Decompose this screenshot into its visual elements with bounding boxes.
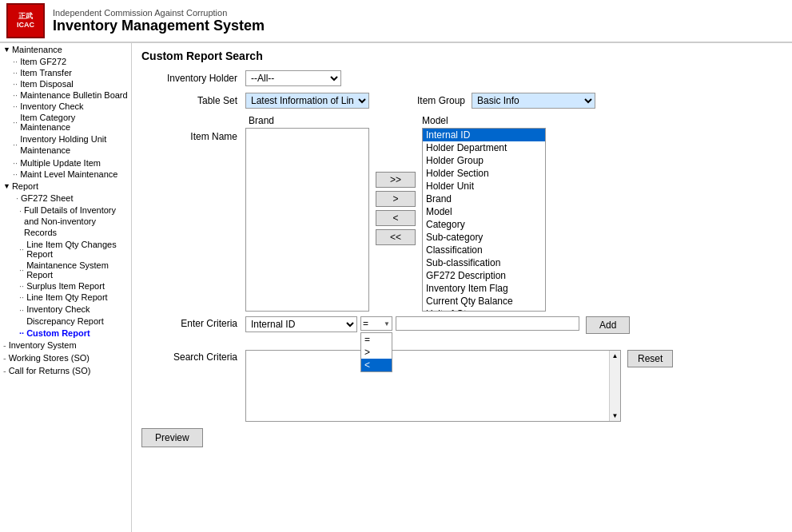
main-content: Custom Report Search Inventory Holder --… (132, 43, 792, 532)
sidebar-item-full-details[interactable]: · Full Details of Inventory and Non-inve… (0, 204, 131, 240)
bullet-icon: ·· (13, 90, 18, 100)
model-list-item[interactable]: Sub-category (423, 231, 545, 244)
bullet-icon: ·· (19, 265, 24, 275)
inventory-holder-control[interactable]: --All-- (245, 70, 341, 86)
add-button[interactable]: Add (586, 316, 630, 334)
sidebar-item-category[interactable]: ·· Item Category Maintenance (0, 112, 131, 133)
model-list-item[interactable]: Internal ID (423, 129, 545, 141)
preview-button[interactable]: Preview (141, 428, 203, 447)
model-list-item[interactable]: Sub-classification (423, 256, 545, 269)
bullet-icon: ·· (19, 304, 24, 316)
sidebar-item-custom-report[interactable]: ·· Custom Report (0, 328, 131, 339)
op-option-equals[interactable]: = (361, 333, 392, 346)
dash-icon: - (3, 340, 6, 350)
arrow-left-one-button[interactable]: < (376, 210, 416, 226)
bullet-icon: ·· (13, 101, 18, 111)
columns-header: Brand Model (245, 115, 782, 126)
sidebar-section-report[interactable]: ▼ Report (0, 180, 131, 193)
sidebar-item-transfer[interactable]: ·· Item Transfer (0, 67, 131, 78)
search-criteria-content[interactable] (246, 351, 609, 421)
sidebar-item-bulletin[interactable]: ·· Maintenance Bulletin Board (0, 89, 131, 101)
sidebar-item-working-stores[interactable]: - Working Stores (SO) (0, 351, 131, 364)
criteria-op-value: = (363, 318, 384, 329)
bullet-icon: ·· (13, 57, 18, 66)
criteria-value-input[interactable] (396, 316, 579, 331)
search-criteria-row: Search Criteria ▲ ▼ Reset (141, 350, 782, 422)
brand-label-col: Item Name (141, 128, 245, 142)
criteria-op-wrapper[interactable]: = ▼ = > < (360, 316, 392, 331)
model-list-item[interactable]: Model (423, 205, 545, 218)
brand-model-panel: Item Name >> > < << Internal IDHolder De… (141, 128, 782, 312)
criteria-op-display[interactable]: = ▼ (360, 316, 392, 331)
arrow-left-all-button[interactable]: << (376, 229, 416, 245)
header-org: Independent Commission Against Corruptio… (53, 8, 265, 18)
model-list-item[interactable]: Holder Unit (423, 180, 545, 193)
item-group-control[interactable]: Basic Info (472, 93, 595, 109)
enter-criteria-row: Enter Criteria Internal ID = ▼ = > < Add (141, 316, 782, 334)
model-col-header: Model (422, 115, 448, 126)
arrow-right-one-button[interactable]: > (376, 191, 416, 207)
model-list-item[interactable]: Current Qty Balance (423, 295, 545, 308)
brand-col-header: Brand (245, 115, 369, 126)
sidebar-item-gf272-sheet[interactable]: · GF272 Sheet (0, 193, 131, 204)
model-listbox[interactable]: Internal IDHolder DepartmentHolder Group… (422, 128, 546, 312)
brand-listbox[interactable] (245, 128, 369, 312)
sidebar-item-inventory-check-discrepancy[interactable]: ·· Inventory Check Discrepancy Report (0, 303, 131, 328)
sidebar-item-maint-level[interactable]: ·· Maint Level Maintenance (0, 169, 131, 180)
sidebar-item-inventory-system[interactable]: - Inventory System (0, 339, 131, 351)
model-list-item[interactable]: Inventory Item Flag (423, 282, 545, 295)
logo-icac: ICAC (17, 21, 34, 30)
sidebar-item-call-for-returns[interactable]: - Call for Returns (SO) (0, 364, 131, 377)
inventory-holder-select[interactable]: --All-- (245, 70, 341, 86)
model-list-item[interactable]: Category (423, 218, 545, 231)
table-set-select[interactable]: Latest Information of Lin (245, 93, 369, 109)
sidebar-item-line-item-qty-report[interactable]: ·· Line Item Qty Report (0, 292, 131, 303)
dropdown-arrow-icon: ▼ (384, 320, 390, 328)
bullet-icon: ·· (13, 158, 18, 168)
model-list-item[interactable]: Holder Section (423, 167, 545, 180)
item-group-select[interactable]: Basic Info (472, 93, 595, 109)
model-list-item[interactable]: Unit of Qty (423, 308, 545, 312)
item-group-label: Item Group (417, 95, 465, 106)
arrow-right-all-button[interactable]: >> (376, 172, 416, 188)
header-system: Inventory Management System (53, 18, 265, 34)
header: 正武 ICAC Independent Commission Against C… (0, 0, 792, 43)
search-criteria-scrollbar[interactable]: ▲ ▼ (609, 351, 620, 421)
bullet-icon: ·· (19, 328, 24, 338)
inventory-holder-label: Inventory Holder (141, 73, 245, 84)
reset-button[interactable]: Reset (627, 350, 673, 367)
bullet-icon: ·· (13, 68, 18, 77)
search-criteria-label: Search Criteria (141, 350, 245, 363)
sidebar-item-surplus[interactable]: ·· Surplus Item Report (0, 280, 131, 292)
model-list-item[interactable]: Holder Group (423, 154, 545, 167)
criteria-field-select[interactable]: Internal ID (245, 316, 357, 332)
bullet-icon: ·· (13, 169, 18, 179)
sidebar-section-maintenance[interactable]: ▼ Maintenance (0, 43, 131, 56)
logo-chinese: 正武 (18, 12, 33, 21)
op-option-lt[interactable]: < (361, 359, 392, 371)
chevron-down-icon: ▼ (3, 46, 10, 54)
search-criteria-box: ▲ ▼ (245, 350, 621, 422)
model-list-item[interactable]: Holder Department (423, 141, 545, 154)
op-option-gt[interactable]: > (361, 346, 392, 359)
bullet-icon: · (16, 193, 18, 203)
table-set-row: Table Set Latest Information of Lin Item… (141, 93, 782, 109)
model-list-item[interactable]: Classification (423, 244, 545, 256)
arrow-buttons: >> > < << (369, 172, 422, 245)
sidebar-item-disposal[interactable]: ·· Item Disposal (0, 78, 131, 89)
sidebar-item-maintanence-system[interactable]: ·· Maintanence System Report (0, 260, 131, 280)
criteria-op-popup[interactable]: = > < (360, 332, 392, 372)
sidebar-item-gf272[interactable]: ·· Item GF272 (0, 56, 131, 67)
header-text: Independent Commission Against Corruptio… (53, 8, 265, 34)
sidebar-item-inventory-check[interactable]: ·· Inventory Check (0, 101, 131, 112)
scrollbar-up-icon[interactable]: ▲ (611, 351, 620, 361)
model-list-item[interactable]: GF272 Description (423, 269, 545, 282)
table-set-control[interactable]: Latest Information of Lin (245, 93, 369, 109)
bullet-icon: ·· (13, 139, 18, 150)
sidebar-item-holding[interactable]: ·· Inventory Holding Unit Maintenance (0, 133, 131, 157)
logo: 正武 ICAC (6, 3, 45, 38)
sidebar-item-line-item-qty-changes[interactable]: ·· Line Item Qty Changes Report (0, 239, 131, 260)
model-list-item[interactable]: Brand (423, 193, 545, 205)
scrollbar-down-icon[interactable]: ▼ (611, 411, 620, 421)
sidebar-item-multiple-update[interactable]: ·· Multiple Update Item (0, 157, 131, 169)
